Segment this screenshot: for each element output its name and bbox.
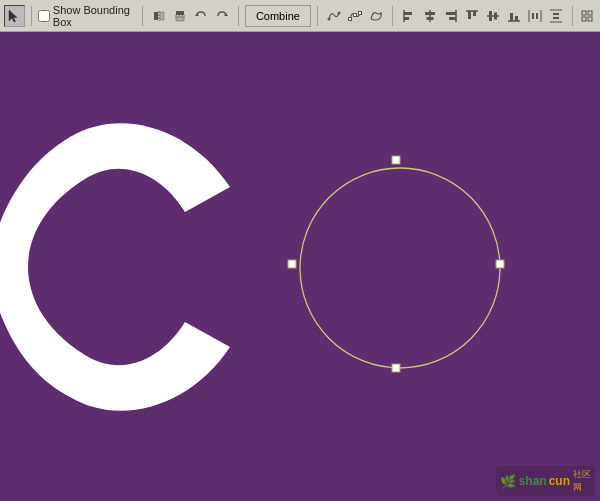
circle-svg bbox=[292, 160, 508, 376]
svg-rect-31 bbox=[515, 16, 518, 21]
svg-rect-11 bbox=[348, 17, 351, 20]
watermark: 🌿 shan cun 社区网 bbox=[496, 466, 595, 496]
transform-group bbox=[149, 6, 232, 26]
svg-rect-35 bbox=[536, 13, 538, 19]
svg-rect-18 bbox=[425, 12, 435, 15]
circle-selection bbox=[292, 160, 508, 376]
svg-rect-24 bbox=[468, 11, 471, 19]
extra-btn-1[interactable] bbox=[578, 6, 596, 26]
path-node-btn[interactable] bbox=[345, 6, 365, 26]
svg-rect-4 bbox=[176, 11, 184, 15]
svg-point-9 bbox=[327, 17, 330, 20]
align-right-btn[interactable] bbox=[441, 6, 461, 26]
svg-rect-40 bbox=[582, 11, 586, 15]
watermark-cun: cun bbox=[549, 474, 570, 488]
svg-rect-39 bbox=[553, 17, 559, 19]
path-close-btn[interactable] bbox=[366, 6, 386, 26]
watermark-suffix: 社区网 bbox=[573, 468, 591, 494]
handle-left bbox=[288, 260, 296, 268]
align-middle-btn[interactable] bbox=[483, 6, 503, 26]
svg-rect-2 bbox=[160, 12, 164, 20]
svg-rect-5 bbox=[176, 17, 184, 21]
align-center-btn[interactable] bbox=[420, 6, 440, 26]
letter-c-shape bbox=[0, 87, 260, 447]
combine-button[interactable]: Combine bbox=[245, 5, 311, 27]
handle-right bbox=[496, 260, 504, 268]
align-left-btn[interactable] bbox=[399, 6, 419, 26]
svg-point-10 bbox=[337, 11, 340, 14]
svg-rect-25 bbox=[473, 11, 476, 16]
path-tools-group bbox=[324, 6, 386, 26]
show-bounding-box-text: Show Bounding Box bbox=[53, 4, 136, 28]
svg-rect-30 bbox=[510, 13, 513, 21]
toolbar: Show Bounding Box bbox=[0, 0, 600, 32]
handle-top bbox=[392, 156, 400, 164]
separator-2 bbox=[142, 6, 143, 26]
svg-rect-27 bbox=[489, 11, 492, 21]
flip-v-btn[interactable] bbox=[170, 6, 190, 26]
svg-rect-43 bbox=[588, 17, 592, 21]
separator-3 bbox=[238, 6, 239, 26]
svg-marker-0 bbox=[9, 10, 17, 22]
svg-rect-28 bbox=[494, 12, 497, 19]
separator-5 bbox=[392, 6, 393, 26]
show-bounding-box-checkbox[interactable] bbox=[38, 10, 50, 22]
align-bottom-btn[interactable] bbox=[504, 6, 524, 26]
watermark-leaf: 🌿 bbox=[500, 474, 516, 489]
show-bounding-box-label[interactable]: Show Bounding Box bbox=[38, 4, 136, 28]
svg-rect-38 bbox=[553, 13, 559, 15]
align-top-btn[interactable] bbox=[462, 6, 482, 26]
svg-rect-41 bbox=[588, 11, 592, 15]
svg-rect-19 bbox=[426, 17, 433, 20]
separator-4 bbox=[317, 6, 318, 26]
flip-h-btn[interactable] bbox=[149, 6, 169, 26]
select-tool[interactable] bbox=[4, 5, 25, 27]
canvas-area[interactable]: 🌿 shan cun 社区网 bbox=[0, 32, 600, 501]
svg-rect-13 bbox=[358, 11, 361, 14]
svg-rect-1 bbox=[154, 12, 158, 20]
svg-rect-16 bbox=[404, 17, 409, 20]
svg-rect-15 bbox=[404, 12, 412, 15]
svg-rect-42 bbox=[582, 17, 586, 21]
svg-rect-22 bbox=[449, 17, 456, 20]
separator-6 bbox=[572, 6, 573, 26]
rotate-cw-btn[interactable] bbox=[212, 6, 232, 26]
separator-1 bbox=[31, 6, 32, 26]
svg-rect-34 bbox=[532, 13, 534, 19]
distribute-v-btn[interactable] bbox=[546, 6, 566, 26]
rotate-ccw-btn[interactable] bbox=[191, 6, 211, 26]
align-group bbox=[399, 6, 566, 26]
svg-rect-21 bbox=[446, 12, 456, 15]
watermark-shan: shan bbox=[519, 474, 547, 488]
distribute-h-btn[interactable] bbox=[525, 6, 545, 26]
path-open-btn[interactable] bbox=[324, 6, 344, 26]
handle-bottom bbox=[392, 364, 400, 372]
svg-rect-12 bbox=[353, 13, 356, 16]
circle-path bbox=[300, 168, 500, 368]
